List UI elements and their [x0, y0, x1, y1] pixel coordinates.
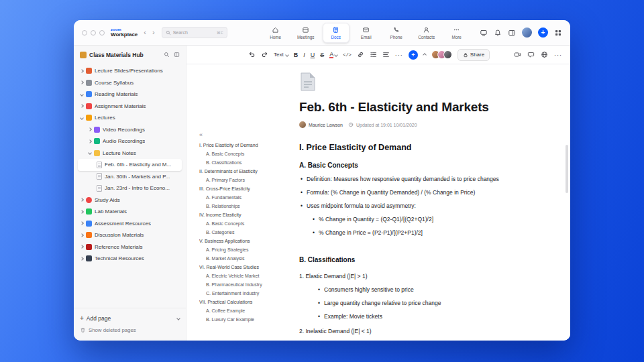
tab-more[interactable]: More — [443, 23, 470, 43]
outline-item[interactable]: V. Business Applications — [199, 237, 294, 245]
outline-item[interactable]: A. Basic Concepts — [199, 219, 294, 228]
global-search-input[interactable]: Search ⌘F — [162, 27, 227, 38]
tab-phone[interactable]: Phone — [383, 23, 410, 43]
sidebar-item-audio-recordings[interactable]: Audio Recordings — [78, 135, 182, 147]
tab-contacts[interactable]: Contacts — [413, 23, 440, 43]
sidebar-item-technical-resources[interactable]: Technical Resources — [78, 253, 182, 265]
comment-icon[interactable] — [527, 51, 535, 58]
chevron-down-icon[interactable] — [176, 316, 180, 320]
back-button[interactable]: ‹ — [144, 29, 146, 36]
maximize-window-button[interactable] — [99, 30, 105, 36]
sidebar-item-lecture-slides[interactable]: Lecture Slides/Presentations — [78, 65, 182, 77]
globe-icon[interactable] — [541, 51, 548, 58]
underline-button[interactable]: U — [311, 52, 315, 58]
doc-more-button[interactable]: ··· — [554, 52, 562, 58]
sidebar-item-jan-23rd[interactable]: Jan. 23rd - Intro to Econo... — [78, 182, 182, 194]
sidebar-item-study-aids[interactable]: Study Aids — [78, 194, 182, 206]
sidebar-item-assignment-materials[interactable]: Assignment Materials — [78, 101, 182, 113]
chevron-right-icon[interactable] — [80, 245, 84, 249]
sidebar-item-lectures[interactable]: Lectures — [78, 112, 182, 124]
insert-link-button[interactable] — [357, 51, 364, 58]
align-button[interactable] — [382, 51, 390, 58]
outline-item[interactable]: B. Market Analysis — [199, 254, 294, 263]
toolbar-more-button[interactable]: ··· — [395, 52, 403, 58]
outline-item[interactable]: A. Fundamentals — [199, 193, 294, 202]
outline-item[interactable]: VII. Practical Calculations — [199, 298, 294, 306]
show-deleted-pages-button[interactable]: Show deleted pages — [80, 324, 180, 335]
outline-item[interactable]: A. Pricing Strategies — [199, 245, 294, 254]
chevron-down-icon[interactable] — [80, 93, 84, 97]
italic-button[interactable]: I — [303, 52, 305, 58]
sidebar-item-jan-30th[interactable]: Jan. 30th - Markets and P... — [78, 171, 182, 183]
forward-button[interactable]: › — [152, 29, 155, 36]
insert-block-button[interactable]: + — [409, 50, 418, 60]
minimize-window-button[interactable] — [91, 30, 96, 36]
collapse-toolbar-button[interactable] — [423, 54, 426, 56]
chevron-right-icon[interactable] — [88, 127, 92, 131]
outline-item[interactable]: A. Coffee Example — [199, 306, 294, 315]
outline-item[interactable]: A. Basic Concepts — [199, 149, 294, 158]
outline-item[interactable]: VI. Real-World Case Studies — [199, 263, 294, 272]
share-button[interactable]: Share — [458, 49, 490, 61]
undo-button[interactable] — [248, 51, 256, 58]
chevron-right-icon[interactable] — [80, 80, 84, 84]
outline-item[interactable]: A. Electric Vehicle Market — [199, 272, 294, 280]
sidebar-item-course-syllabus[interactable]: Course Syllabus — [78, 77, 182, 89]
code-button[interactable]: </> — [343, 52, 352, 58]
sidebar-item-feb-6th[interactable]: Feb. 6th - Elasticity and M... — [78, 159, 182, 171]
chevron-right-icon[interactable] — [80, 210, 84, 214]
sidebar-item-reference-materials[interactable]: Reference Materials — [78, 241, 182, 253]
outline-item[interactable]: B. Categories — [199, 228, 294, 237]
outline-item[interactable]: B. Pharmaceutical Industry — [199, 280, 294, 289]
sidebar-item-lab-materials[interactable]: Lab Materials — [78, 206, 182, 218]
apps-grid-icon[interactable] — [554, 29, 562, 37]
chevron-right-icon[interactable] — [80, 104, 84, 108]
tab-home[interactable]: Home — [262, 23, 289, 43]
collaborator-avatar[interactable] — [443, 50, 452, 59]
chevron-right-icon[interactable] — [80, 221, 84, 225]
chevron-down-icon[interactable] — [80, 116, 84, 120]
outline-item[interactable]: IV. Income Elasticity — [199, 210, 294, 219]
outline-item[interactable]: I. Price Elasticity of Demand — [199, 141, 294, 149]
outline-item[interactable]: III. Cross-Price Elasticity — [199, 184, 294, 193]
outline-item[interactable]: B. Luxury Car Example — [199, 315, 294, 324]
tab-email[interactable]: Email — [353, 23, 380, 43]
close-window-button[interactable] — [82, 30, 87, 36]
chevron-right-icon[interactable] — [80, 69, 84, 73]
sidebar-item-reading-materials[interactable]: Reading Materials — [78, 88, 182, 101]
chevron-right-icon[interactable] — [80, 257, 84, 261]
sidebar-item-assessment-resources[interactable]: Assessment Resources — [78, 218, 182, 230]
user-avatar[interactable] — [522, 27, 532, 38]
document-title[interactable]: Feb. 6th - Elasticity and Markets — [299, 100, 529, 115]
outline-item[interactable]: B. Classifications — [199, 158, 294, 167]
outline-item[interactable]: A. Primary Factors — [199, 176, 294, 184]
sidebar-item-video-recordings[interactable]: Video Recordings — [78, 124, 182, 136]
video-camera-icon[interactable] — [514, 51, 521, 58]
outline-item[interactable]: B. Relationships — [199, 202, 294, 210]
sidebar-item-lecture-notes[interactable]: Lecture Notes — [78, 147, 182, 160]
font-color-button[interactable]: A — [329, 52, 337, 58]
chevron-right-icon[interactable] — [88, 139, 92, 143]
tab-meetings[interactable]: Meetings — [292, 23, 319, 43]
chevron-right-icon[interactable] — [80, 233, 84, 237]
add-page-button[interactable]: + Add page — [80, 312, 180, 324]
sidebar-item-discussion-materials[interactable]: Discussion Materials — [78, 229, 182, 241]
notifications-bell-icon[interactable] — [494, 29, 502, 37]
vertical-scrollbar[interactable] — [566, 145, 568, 193]
screen-share-icon[interactable] — [480, 29, 488, 37]
collapse-outline-icon[interactable]: « — [199, 131, 203, 138]
collapse-sidebar-icon[interactable] — [174, 52, 180, 58]
sidebar-search-icon[interactable] — [164, 52, 170, 58]
bullet-list-button[interactable] — [370, 51, 377, 58]
strikethrough-button[interactable]: S — [320, 52, 324, 58]
new-item-button[interactable]: + — [538, 27, 548, 38]
tab-docs[interactable]: Docs — [323, 23, 350, 43]
chevron-down-icon[interactable] — [88, 151, 92, 155]
outline-item[interactable]: C. Entertainment Industry — [199, 289, 294, 298]
text-style-dropdown[interactable]: Text — [274, 52, 288, 58]
bold-button[interactable]: B — [294, 52, 299, 58]
side-panel-icon[interactable] — [508, 29, 516, 37]
chevron-right-icon[interactable] — [80, 198, 84, 202]
redo-button[interactable] — [261, 51, 268, 58]
outline-item[interactable]: II. Determinants of Elasticity — [199, 167, 294, 176]
